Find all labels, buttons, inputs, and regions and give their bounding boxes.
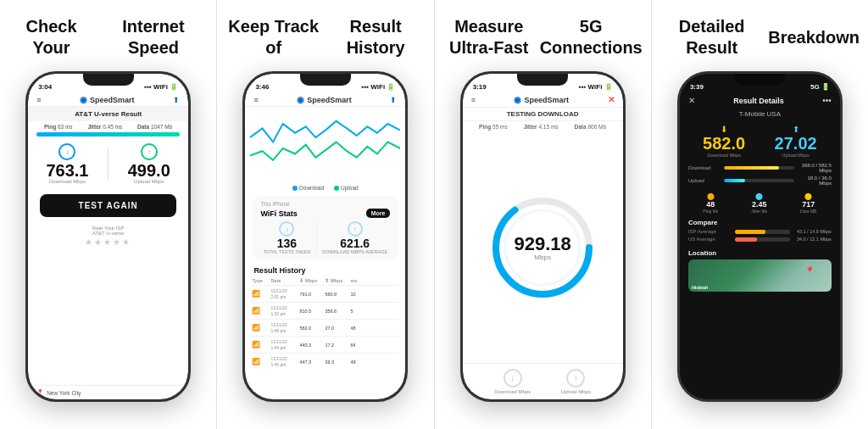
panel-2-title: Keep Track of Result History (225, 15, 425, 59)
panel-result-history: Keep Track of Result History 3:46 ▪▪▪ Wi… (217, 0, 434, 429)
more-button[interactable]: More (366, 209, 391, 218)
bottom-controls: ↓ Download Mbps ↑ Upload Mbps (463, 363, 623, 399)
ping-stat: ⬤ 48 Ping Ms (703, 192, 718, 214)
wifi-icon-row: 📶 (252, 341, 269, 348)
download-bar-fill (724, 166, 779, 170)
wifi-icon-row: 📶 (252, 307, 269, 315)
phone-2: 3:46 ▪▪▪ WiFi 🔋 ≡ ◉ SpeedSmart ⬆ Downloa (242, 71, 408, 402)
speedsmart-logo-3: ◉ SpeedSmart (514, 95, 569, 104)
phone-3-screen: 3:19 ▪▪▪ WiFi 🔋 ≡ ◉ SpeedSmart ✕ TESTING… (463, 74, 623, 399)
phone-4: 3:39 5G 🔋 ✕ Result Details ••• T-Mobile … (677, 71, 843, 402)
isp-avg-row: ISP Average 43.1 / 14.9 Mbps (688, 229, 832, 234)
wifi-icon-row: 📶 (252, 358, 269, 365)
dl-bar-row: Download 368.0 / 582.5 Mbps (688, 163, 832, 173)
hamburger-icon-2: ≡ (253, 96, 258, 104)
avg-download-stat: ↑ 621.6 DOWNLOAD MBPS AVERAGE (322, 221, 387, 254)
upload-bar-track (724, 179, 794, 182)
bar-section: Download 368.0 / 582.5 Mbps Upload 18.0 … (680, 161, 840, 190)
gauge-value: 929.18 Mbps (514, 235, 570, 261)
phone-4-notch (734, 74, 785, 86)
isp-bar-fill (735, 230, 765, 234)
isp-name: T-Mobile USA (680, 109, 840, 120)
speed-graph (245, 107, 405, 183)
table-row: 📶 11/11/222:31 pm 791.0560.910 (252, 285, 398, 302)
upload-control: ↑ Upload Mbps (561, 369, 591, 394)
phone-3-nav: ≡ ◉ SpeedSmart ✕ (463, 92, 623, 108)
history-title: Result History (245, 263, 405, 276)
main-speeds: ⬇ 582.0 Download Mbps ⬆ 27.02 Upload Mbp… (680, 120, 840, 161)
panel-5g: Measure Ultra-Fast 5G Connections 3:19 ▪… (435, 0, 652, 429)
map-thumbnail: Hialeah 📍 (688, 259, 832, 292)
close-icon[interactable]: ✕ (608, 95, 615, 104)
phone-2-screen: 3:46 ▪▪▪ WiFi 🔋 ≡ ◉ SpeedSmart ⬆ Downloa (245, 74, 405, 399)
download-dot (292, 186, 298, 191)
upload-bar-label: Upload (688, 178, 721, 183)
panel-check-speed: Check Your Internet Speed 3:04 ▪▪▪ WiFi … (0, 0, 217, 429)
phone-3-stats: Ping 55 ms Jitter 4.15 ms Data 800 Mb (463, 121, 623, 132)
ping-icon: ⬤ (707, 192, 715, 200)
test-again-button[interactable]: TEST AGAIN (40, 194, 176, 217)
download-bar-track (724, 166, 794, 170)
upload-stat-icon: ↑ (348, 221, 363, 237)
wifi-card-header: WiFi Stats More (260, 209, 390, 218)
phone-2-nav: ≡ ◉ SpeedSmart ⬆ (245, 92, 405, 107)
graph-svg (250, 110, 400, 174)
compare-section: Compare ISP Average 43.1 / 14.9 Mbps US … (680, 216, 840, 247)
jitter-stat: ⬤ 2.45 Jitter Ms (751, 192, 767, 214)
history-table: Type Date ⬇ Mbps ⬆ Mbps ms 📶 11/11/222:3… (245, 276, 405, 370)
phone-4-screen: 3:39 5G 🔋 ✕ Result Details ••• T-Mobile … (680, 74, 840, 399)
ellipsis-icon[interactable]: ••• (822, 96, 832, 105)
table-row: 📶 11/11/221:48 pm 582.027.048 (252, 319, 398, 336)
wifi-stats-row: ↓ 136 TOTAL TESTS TAKEN ↑ 621.6 DOWNLOAD… (260, 221, 390, 254)
footer-server: 📍 New York City (28, 385, 188, 399)
table-row: 📶 11/11/221:44 pm 440.317.264 (252, 336, 398, 353)
location-section: Location Hialeah 📍 (680, 247, 840, 293)
rate-section: Rate Your ISP AT&T U-verse (28, 226, 188, 236)
us-bar-fill (735, 237, 757, 242)
isp-bar-track (735, 230, 790, 234)
hamburger-icon: ≡ (36, 96, 41, 104)
phone-1-screen: 3:04 ▪▪▪ WiFi 🔋 ≡ ◉ SpeedSmart ⬆ AT&T U-… (28, 74, 188, 399)
speed-gauge: 929.18 Mbps (487, 192, 598, 303)
location-icon: 📍 (36, 389, 44, 396)
map-pin-icon: 📍 (804, 266, 815, 276)
phone-1-nav: ≡ ◉ SpeedSmart ⬆ (28, 92, 188, 107)
close-icon-4[interactable]: ✕ (688, 96, 695, 105)
panel-3-title: Measure Ultra-Fast 5G Connections (443, 15, 643, 59)
upload-speed-4: ⬆ 27.02 Upload Mbps (775, 125, 817, 158)
us-bar-track (735, 237, 790, 242)
total-tests-stat: ↓ 136 TOTAL TESTS TAKEN (264, 221, 311, 254)
download-control: ↓ Download Mbps (494, 369, 531, 394)
speedsmart-logo-2: ◉ SpeedSmart (297, 95, 352, 104)
upload-dot (334, 186, 339, 191)
upload-icon-4: ⬆ (793, 125, 799, 134)
wifi-icon: ◉ (80, 95, 87, 104)
star-rating[interactable]: ★★★★★ (28, 237, 188, 247)
speedsmart-logo: ◉ SpeedSmart (80, 95, 135, 104)
upload-icon: ↑ (141, 143, 158, 160)
wifi-icon-row: 📶 (252, 324, 269, 332)
download-speed-4: ⬇ 582.0 Download Mbps (703, 125, 745, 158)
phone-2-notch (300, 74, 351, 86)
share-icon: ⬆ (173, 96, 180, 104)
panel-1-title: Check Your Internet Speed (8, 15, 208, 59)
gauge-area: 929.18 Mbps (463, 132, 623, 363)
table-header: Type Date ⬇ Mbps ⬆ Mbps ms (252, 276, 398, 285)
hamburger-icon-3: ≡ (471, 96, 476, 104)
panel-detailed: Detailed Result Breakdown 3:39 5G 🔋 ✕ Re… (652, 0, 868, 429)
phone-1: 3:04 ▪▪▪ WiFi 🔋 ≡ ◉ SpeedSmart ⬆ AT&T U-… (25, 71, 191, 402)
ul-bar-row: Upload 18.0 / 36.0 Mbps (688, 176, 832, 186)
wifi-icon-row: 📶 (252, 290, 269, 298)
panel-4-title: Detailed Result Breakdown (660, 15, 860, 59)
data-stat: ⬤ 717 Data MB (800, 192, 816, 214)
upload-ctrl-icon: ↑ (566, 369, 585, 387)
table-row: 📶 11/11/221:32 pm 810.5356.65 (252, 302, 398, 319)
us-avg-row: US Average 34.0 / 12.1 Mbps (688, 237, 832, 242)
server-info: AT&T U-verse Result (28, 107, 188, 121)
table-row: 📶 11/11/221:40 pm 447.326.349 (252, 353, 398, 370)
speed-divider (108, 148, 108, 180)
data-icon: ⬤ (804, 192, 812, 200)
extra-stats: ⬤ 48 Ping Ms ⬤ 2.45 Jitter Ms ⬤ 717 Data… (680, 190, 840, 216)
phone-1-notch (83, 74, 134, 86)
download-icon-4: ⬇ (721, 125, 727, 134)
